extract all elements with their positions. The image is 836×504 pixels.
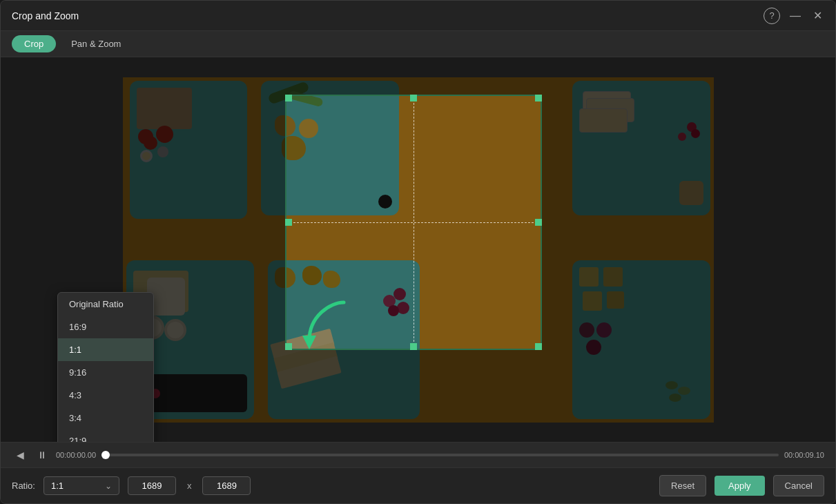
play-pause-button[interactable]: ⏸ (34, 447, 50, 463)
tab-crop[interactable]: Crop (12, 35, 56, 52)
video-preview (123, 77, 714, 423)
crop-mask-top (123, 77, 714, 95)
ratio-dropdown-menu: Original Ratio 16:9 1:1 9:16 4:3 3:4 21:… (57, 292, 154, 442)
apply-button[interactable]: Apply (715, 476, 765, 496)
chevron-down-icon: ⌄ (105, 481, 112, 491)
ratio-select[interactable]: 1:1 ⌄ (43, 476, 119, 495)
main-area: Original Ratio 16:9 1:1 9:16 4:3 3:4 21:… (1, 57, 835, 442)
ratio-select-value: 1:1 (51, 481, 64, 491)
timeline-track[interactable] (101, 454, 779, 456)
dimension-separator: x (184, 481, 195, 491)
current-time: 00:00:00.00 (56, 451, 96, 459)
timeline-playhead[interactable] (101, 451, 110, 459)
bottom-bar: Ratio: 1:1 ⌄ x Reset Apply Cancel (1, 467, 835, 503)
ratio-option-16-9[interactable]: 16:9 (58, 316, 153, 338)
reset-button[interactable]: Reset (659, 475, 706, 496)
ratio-option-original[interactable]: Original Ratio (58, 293, 153, 316)
timeline-bar: ◀ ⏸ 00:00:00.00 00:00:09.10 (1, 442, 835, 467)
title-bar-controls: ? — ✕ (764, 8, 824, 24)
arrow-indicator (295, 295, 351, 353)
end-time: 00:00:09.10 (784, 451, 824, 459)
cancel-button[interactable]: Cancel (773, 475, 824, 496)
crop-mask-right (542, 95, 714, 350)
window-title: Crop and Zoom (12, 10, 79, 21)
svg-marker-0 (302, 336, 316, 349)
main-window: Crop and Zoom ? — ✕ Crop Pan & Zoom (0, 0, 836, 504)
tabs-bar: Crop Pan & Zoom (1, 31, 835, 57)
minimize-button[interactable]: — (788, 9, 802, 23)
close-button[interactable]: ✕ (810, 9, 824, 23)
ratio-option-21-9[interactable]: 21:9 (58, 429, 153, 442)
title-bar: Crop and Zoom ? — ✕ (1, 1, 835, 31)
height-input[interactable] (202, 476, 251, 495)
ratio-option-9-16[interactable]: 9:16 (58, 361, 153, 384)
ratio-option-1-1[interactable]: 1:1 (58, 338, 153, 361)
tab-pan-zoom[interactable]: Pan & Zoom (59, 35, 133, 52)
prev-frame-button[interactable]: ◀ (12, 447, 28, 463)
ratio-option-4-3[interactable]: 4:3 (58, 384, 153, 407)
timeline-controls: ◀ ⏸ (12, 447, 50, 463)
help-button[interactable]: ? (764, 8, 780, 24)
preview-area: Original Ratio 16:9 1:1 9:16 4:3 3:4 21:… (1, 57, 835, 442)
ratio-label: Ratio: (12, 481, 35, 491)
ratio-option-3-4[interactable]: 3:4 (58, 407, 153, 429)
crop-mask-bottom (123, 350, 714, 423)
width-input[interactable] (128, 476, 176, 495)
